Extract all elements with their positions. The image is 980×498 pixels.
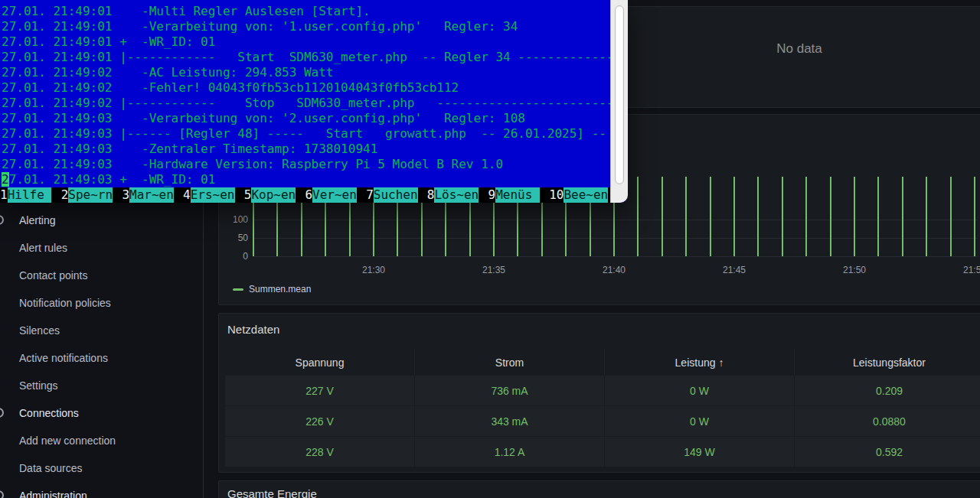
fkey-label: Hilfe xyxy=(8,187,52,203)
chart-bar xyxy=(637,177,639,256)
sidebar-item-administration[interactable]: Administration xyxy=(0,482,202,498)
table-header-leistung[interactable]: Leistung ↑ xyxy=(605,349,795,376)
table-cell: 0.0880 xyxy=(795,406,980,437)
bell-icon xyxy=(0,215,4,225)
sidebar-item-label: Alert rules xyxy=(19,242,67,254)
chart-bar xyxy=(757,177,759,256)
terminal-line: 27.01. 21:49:01 |------------ Start SDM6… xyxy=(2,50,610,65)
fkey-number: 4 xyxy=(183,187,191,203)
terminal-line: 27.01. 21:49:03 -Zentraler Timestamp: 17… xyxy=(2,142,610,157)
sidebar-item-label: Silences xyxy=(19,324,60,337)
y-axis-label: 0 xyxy=(219,250,248,262)
fkey-3[interactable]: 3Mar~en xyxy=(122,187,183,203)
table-cell: 149 W xyxy=(605,437,795,467)
terminal-log-lines: 27.01. 21:49:01 -Multi Regler Auslesen [… xyxy=(2,4,610,187)
sidebar-item-silences[interactable]: Silences xyxy=(0,317,202,344)
chart-bar xyxy=(805,177,807,256)
chart-gridline xyxy=(253,238,978,239)
fkey-number: 10 xyxy=(549,187,564,203)
terminal-line: 27.01. 21:49:03 + -WR_ID: 01 xyxy=(2,172,610,187)
legend-series-swatch xyxy=(233,288,243,291)
x-axis-label: 21:30 xyxy=(358,265,389,275)
no-data-text: No data xyxy=(618,41,980,57)
sidebar-item-alert-rules[interactable]: Alert rules xyxy=(0,234,202,262)
table-cell: 0.592 xyxy=(795,437,980,467)
sidebar-item-alerting[interactable]: Alerting xyxy=(0,207,202,234)
sidebar-item-label: Administration xyxy=(19,490,87,498)
fkey-number: 9 xyxy=(488,187,496,203)
table-cell: 343 mA xyxy=(415,406,605,437)
terminal-scrollbar[interactable] xyxy=(610,0,628,203)
chart-bar xyxy=(926,177,927,256)
x-axis-label: 21:45 xyxy=(719,265,750,275)
gesamte-energie-panel-title[interactable]: Gesamte Energie xyxy=(227,487,317,498)
legend-series-label[interactable]: Summen.mean xyxy=(249,284,311,295)
table-cell: 226 V xyxy=(225,406,415,437)
x-axis-label: 21:55 xyxy=(959,265,980,275)
terminal-scrollbar-thumb[interactable] xyxy=(615,5,624,184)
table-header-leistungsfaktor[interactable]: Leistungsfaktor xyxy=(795,349,980,376)
fkey-10[interactable]: 10Bee~en xyxy=(549,187,610,203)
sidebar-item-settings[interactable]: Settings xyxy=(0,372,202,399)
sidebar-item-label: Notification policies xyxy=(19,297,111,309)
terminal-text-area: 27.01. 21:49:01 -Multi Regler Auslesen [… xyxy=(0,0,610,203)
terminal-line: 27.01. 21:49:01 -Verarbeitung von: '1.us… xyxy=(2,19,610,34)
sidebar-item-label: Settings xyxy=(19,379,58,392)
terminal-line: 27.01. 21:49:01 + -WR_ID: 01 xyxy=(2,34,610,50)
fkey-label: Ers~en xyxy=(191,187,235,203)
chart-bar xyxy=(877,177,879,256)
table-cell: 736 mA xyxy=(415,376,605,406)
x-axis-label: 21:35 xyxy=(479,265,509,275)
terminal-window[interactable]: 27.01. 21:49:01 -Multi Regler Auslesen [… xyxy=(0,0,628,203)
terminal-line: 27.01. 21:49:02 -Fehler! 04043f0fb53cb11… xyxy=(2,80,610,96)
plug-icon xyxy=(0,408,4,418)
sidebar-item-data-sources[interactable]: Data sources xyxy=(0,454,202,482)
fkey-9[interactable]: 9Menüs xyxy=(488,187,550,203)
fkey-8[interactable]: 8Lös~en xyxy=(427,187,488,203)
table-cell: 228 V xyxy=(225,437,415,467)
panel-netzdaten: Netzdaten SpannungStromLeistung ↑Leistun… xyxy=(218,313,980,473)
table-cell: 1.12 A xyxy=(415,437,605,467)
y-axis-label: 100 xyxy=(219,213,248,226)
sidebar-item-contact-points[interactable]: Contact points xyxy=(0,262,202,289)
chart-bar xyxy=(854,177,855,256)
chart-bar xyxy=(662,177,663,256)
netzdaten-panel-title[interactable]: Netzdaten xyxy=(227,323,279,336)
sidebar-item-active-notifications[interactable]: Active notifications xyxy=(0,344,202,372)
x-axis-label: 21:40 xyxy=(599,265,629,275)
sidebar-item-notification-policies[interactable]: Notification policies xyxy=(0,289,202,317)
sidebar-item-label: Alerting xyxy=(19,214,55,226)
sidebar-item-label: Active notifications xyxy=(19,352,108,364)
terminal-line: 27.01. 21:49:03 -Hardware Version: Raspb… xyxy=(2,157,610,172)
fkey-4[interactable]: 4Ers~en xyxy=(183,187,244,203)
table-cell: 0.209 xyxy=(795,376,980,406)
fkey-2[interactable]: 2Spe~rn xyxy=(61,187,122,203)
fkey-number: 8 xyxy=(427,187,435,203)
fkey-7[interactable]: 7Suchen xyxy=(366,187,427,203)
fkey-label: Kop~en xyxy=(251,187,296,203)
terminal-line: 27.01. 21:49:03 |------ [Regler 48] ----… xyxy=(2,126,610,142)
chart-bar xyxy=(733,177,735,256)
fkey-6[interactable]: 6Ver~en xyxy=(305,187,366,203)
terminal-line: 27.01. 21:49:03 -Verarbeitung von: '2.us… xyxy=(2,111,610,126)
chart-bar xyxy=(830,177,831,256)
fkey-5[interactable]: 5Kop~en xyxy=(244,187,305,203)
chart-bar xyxy=(950,177,952,256)
sidebar-item-label: Add new connection xyxy=(19,435,116,447)
panel-gesamte-energie: Gesamte Energie xyxy=(218,480,980,498)
sidebar-item-add-new-connection[interactable]: Add new connection xyxy=(0,427,202,454)
table-header-spannung[interactable]: Spannung xyxy=(225,349,415,376)
chart-legend[interactable]: Summen.mean xyxy=(233,284,311,295)
fkey-label: Lös~en xyxy=(434,187,479,203)
sidebar-item-label: Data sources xyxy=(19,462,82,474)
sidebar-nav: AlertingAlert rulesContact pointsNotific… xyxy=(0,207,202,498)
table-header-strom[interactable]: Strom xyxy=(415,349,605,376)
gear-icon xyxy=(0,490,4,498)
fkey-label: Mar~en xyxy=(129,187,174,203)
fkey-1[interactable]: 1Hilfe xyxy=(0,187,61,203)
fkey-number: 6 xyxy=(305,187,312,203)
table-cell: 0 W xyxy=(605,406,795,437)
fkey-label: Bee~en xyxy=(564,187,608,203)
sidebar-item-connections[interactable]: Connections xyxy=(0,399,202,427)
sidebar-item-label: Contact points xyxy=(19,269,88,282)
